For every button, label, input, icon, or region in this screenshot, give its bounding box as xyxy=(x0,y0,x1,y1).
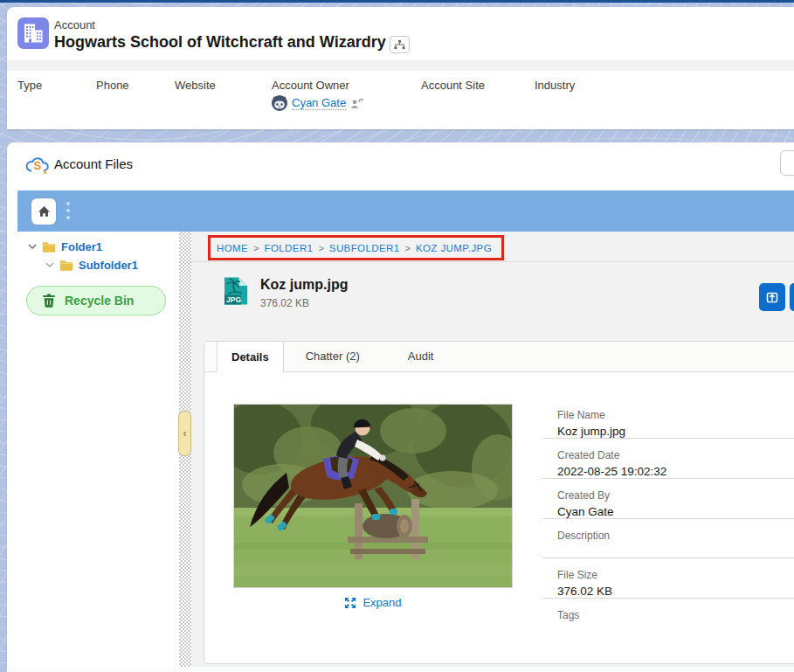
change-owner-icon[interactable] xyxy=(350,97,363,109)
field-label-type: Type xyxy=(17,79,42,92)
detail-row-created-date: Created Date 2022-08-25 19:02:32 xyxy=(542,439,794,479)
field-label-industry: Industry xyxy=(535,79,575,92)
expand-label[interactable]: Expand xyxy=(362,596,401,609)
account-object-icon xyxy=(17,17,49,49)
file-content-pane: HOME > FOLDER1 > SUBFOLDER1 > KOZ JUMP.J… xyxy=(191,232,794,667)
expand-icon xyxy=(344,597,356,609)
file-detail-panel: Details Chatter (2) Audit xyxy=(204,341,794,664)
open-file-button[interactable] xyxy=(759,283,785,311)
collapse-handle[interactable]: ‹ xyxy=(178,411,191,456)
folder-tree-pane: Folder1 Subfolder1 Recycl xyxy=(17,232,179,667)
breadcrumb: HOME > FOLDER1 > SUBFOLDER1 > KOZ JUMP.J… xyxy=(217,243,492,253)
recycle-bin-label[interactable]: Recycle Bin xyxy=(65,294,134,308)
files-card-header: S Account Files xyxy=(7,142,794,191)
files-card-title: Account Files xyxy=(54,156,133,171)
tab-audit[interactable]: Audit xyxy=(394,341,448,371)
hierarchy-icon xyxy=(394,39,405,50)
file-size: 376.02 KB xyxy=(260,297,309,309)
header-divider-band xyxy=(7,60,794,71)
annotation-red-box: HOME > FOLDER1 > SUBFOLDER1 > KOZ JUMP.J… xyxy=(208,235,504,260)
detail-label: File Name xyxy=(557,409,794,421)
pane-splitter[interactable]: ‹ xyxy=(179,232,191,667)
tree-item-label[interactable]: Folder1 xyxy=(61,240,102,253)
account-owner-value: Cyan Gate xyxy=(272,95,363,111)
secondary-action-button-partial[interactable] xyxy=(790,283,794,311)
file-preview-image xyxy=(233,404,513,588)
breadcrumb-subfolder1[interactable]: SUBFOLDER1 xyxy=(329,243,400,253)
chevron-down-icon[interactable] xyxy=(28,244,37,250)
detail-row-created-by: Created By Cyan Gate xyxy=(542,479,794,519)
record-type-label: Account xyxy=(54,18,95,31)
folder-icon xyxy=(42,241,56,253)
breadcrumb-home[interactable]: HOME xyxy=(217,243,248,253)
tree-item-folder1[interactable]: Folder1 xyxy=(28,240,102,253)
top-browser-strip xyxy=(0,0,794,3)
detail-label: Created Date xyxy=(557,449,794,461)
detail-label: Created By xyxy=(557,489,794,502)
detail-row-file-name: File Name Koz jump.jpg xyxy=(542,398,794,439)
detail-row-tags: Tags xyxy=(542,599,794,638)
tab-details[interactable]: Details xyxy=(217,341,284,372)
home-icon xyxy=(38,205,51,218)
detail-row-description: Description xyxy=(542,519,794,558)
breadcrumb-bar: HOME > FOLDER1 > SUBFOLDER1 > KOZ JUMP.J… xyxy=(191,232,794,262)
tree-item-subfolder1[interactable]: Subfolder1 xyxy=(45,259,138,272)
details-tab-panel: Expand File Name Koz jump.jpg Created Da… xyxy=(204,372,794,663)
breadcrumb-file[interactable]: KOZ JUMP.JPG xyxy=(416,243,492,253)
bottom-page-strip xyxy=(7,667,794,672)
expand-link[interactable]: Expand xyxy=(233,596,513,609)
detail-value: Cyan Gate xyxy=(557,505,794,518)
file-details-list: File Name Koz jump.jpg Created Date 2022… xyxy=(542,398,794,638)
detail-label: Description xyxy=(557,530,794,542)
detail-label: Tags xyxy=(557,609,794,621)
trash-icon xyxy=(43,294,55,308)
owner-link[interactable]: Cyan Gate xyxy=(292,96,346,110)
jpg-file-icon: JPG xyxy=(223,276,249,309)
user-avatar xyxy=(272,95,287,111)
page-title: Hogwarts School of Witchcraft and Wizard… xyxy=(54,33,386,52)
detail-label: File Size xyxy=(557,569,794,581)
field-label-phone: Phone xyxy=(96,79,129,92)
svg-text:S: S xyxy=(34,159,42,172)
salesforce-account-page: Account Hogwarts School of Witchcraft an… xyxy=(0,0,794,672)
open-in-icon xyxy=(765,290,779,304)
tab-chatter[interactable]: Chatter (2) xyxy=(292,341,374,371)
breadcrumb-separator: > xyxy=(405,243,411,253)
detail-value: 376.02 KB xyxy=(557,585,794,598)
horse-jump-photo xyxy=(234,405,512,587)
field-label-website: Website xyxy=(175,79,216,92)
home-button[interactable] xyxy=(31,198,56,225)
chevron-down-icon[interactable] xyxy=(45,262,54,268)
recycle-bin-button[interactable]: Recycle Bin xyxy=(26,286,166,315)
folder-icon xyxy=(59,260,73,271)
cloudfiles-app-icon: S xyxy=(24,156,49,177)
jpg-badge-label: JPG xyxy=(226,295,241,304)
detail-value: 2022-08-25 19:02:32 xyxy=(557,465,794,478)
record-header-card: Account Hogwarts School of Witchcraft an… xyxy=(7,7,794,129)
building-icon xyxy=(17,17,49,49)
field-label-account-site: Account Site xyxy=(421,79,485,92)
breadcrumb-folder1[interactable]: FOLDER1 xyxy=(265,243,314,253)
detail-value: Koz jump.jpg xyxy=(557,425,794,438)
file-header: JPG Koz jump.jpg 376.02 KB xyxy=(191,262,794,340)
account-files-card: S Account Files xyxy=(7,142,794,667)
detail-row-file-size: File Size 376.02 KB xyxy=(542,558,794,599)
file-title: Koz jump.jpg xyxy=(260,277,348,293)
tab-strip: Details Chatter (2) Audit xyxy=(204,342,794,372)
breadcrumb-separator: > xyxy=(318,243,323,253)
card-action-button-partial[interactable] xyxy=(780,150,794,176)
files-toolbar xyxy=(17,191,794,232)
tree-item-label[interactable]: Subfolder1 xyxy=(79,259,138,272)
toolbar-menu-button[interactable] xyxy=(66,202,70,223)
breadcrumb-separator: > xyxy=(253,243,259,253)
view-hierarchy-button[interactable] xyxy=(390,36,410,53)
collapse-chevron-icon: ‹ xyxy=(183,427,187,440)
field-label-account-owner: Account Owner xyxy=(272,79,349,92)
